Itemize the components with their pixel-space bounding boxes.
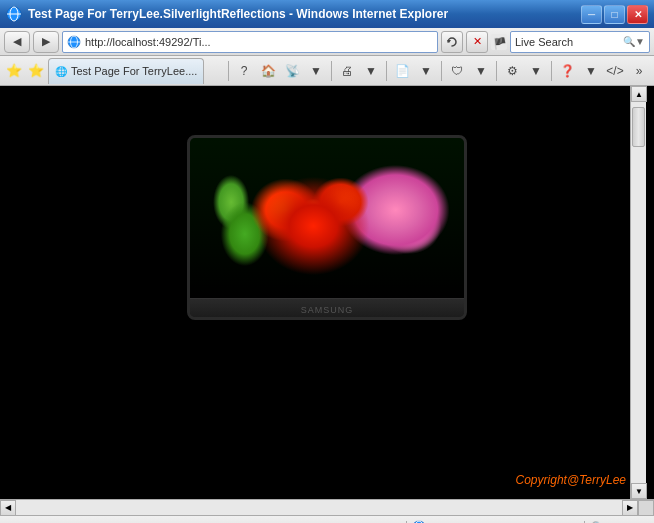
reflection-fade <box>187 370 467 450</box>
help-dropdown[interactable]: ▼ <box>580 60 602 82</box>
tab-icon: 🌐 <box>55 66 67 77</box>
scroll-right-button[interactable]: ▶ <box>622 500 638 516</box>
copyright-text: Copyright@TerryLee <box>516 473 626 487</box>
horizontal-scrollbar[interactable]: ◀ ▶ <box>0 499 654 515</box>
page-icon <box>67 35 81 49</box>
content-wrapper: SAMSUNG Copyright@TerryLee ▲ ▼ <box>8 86 646 499</box>
scroll-track[interactable] <box>631 102 646 483</box>
scroll-down-button[interactable]: ▼ <box>631 483 647 499</box>
tools-dropdown[interactable]: ▼ <box>525 60 547 82</box>
back-button[interactable]: ◀ <box>4 31 30 53</box>
ie-icon <box>6 6 22 22</box>
window-controls: ─ □ ✕ <box>581 5 648 24</box>
bing-icon: 🏴 <box>491 34 507 50</box>
status-bar: Done Internet | Protected Mode: Off 🔍 10… <box>0 515 654 523</box>
refresh-button[interactable] <box>441 31 463 53</box>
print-button[interactable]: 🖨 <box>336 60 358 82</box>
tab-strip: 🌐 Test Page For TerryLee.... <box>48 58 224 84</box>
monitor-brand: SAMSUNG <box>301 305 354 315</box>
svg-text:🏴: 🏴 <box>493 36 507 50</box>
toolbar-separator-1 <box>228 61 229 81</box>
status-right: Internet | Protected Mode: Off 🔍 100% ▼ <box>411 520 648 524</box>
address-input-container[interactable]: http://localhost:49292/Ti... <box>62 31 438 53</box>
close-button[interactable]: ✕ <box>627 5 648 24</box>
favorites-star-button[interactable]: ⭐ <box>4 61 24 81</box>
toolbar-separator-2 <box>331 61 332 81</box>
toolbar: ⭐ ⭐ 🌐 Test Page For TerryLee.... ? 🏠 📡 ▼… <box>0 56 654 86</box>
flower-image <box>190 138 464 298</box>
scroll-thumb[interactable] <box>632 107 645 147</box>
scroll-left-button[interactable]: ◀ <box>0 500 16 516</box>
safety-button[interactable]: 🛡 <box>446 60 468 82</box>
search-arrow[interactable]: 🔍 <box>623 36 635 47</box>
add-favorites-button[interactable]: ⭐ <box>26 61 46 81</box>
address-text: http://localhost:49292/Ti... <box>85 36 211 48</box>
maximize-button[interactable]: □ <box>604 5 625 24</box>
minimize-button[interactable]: ─ <box>581 5 602 24</box>
title-bar: Test Page For TerryLee.SilverlightReflec… <box>0 0 654 28</box>
toolbar-separator-4 <box>441 61 442 81</box>
page-dropdown[interactable]: ▼ <box>415 60 437 82</box>
search-text: Live Search <box>515 36 623 48</box>
feeds-dropdown[interactable]: ▼ <box>305 60 327 82</box>
toolbar-separator-6 <box>551 61 552 81</box>
search-dropdown[interactable]: ▼ <box>635 36 645 47</box>
developer-button[interactable]: </> <box>604 60 626 82</box>
tab-label: Test Page For TerryLee.... <box>71 65 197 77</box>
monitor-display: SAMSUNG <box>187 135 467 450</box>
h-scroll-track[interactable] <box>16 500 622 515</box>
vertical-scrollbar[interactable]: ▲ ▼ <box>630 86 646 499</box>
help-button[interactable]: ❓ <box>556 60 578 82</box>
address-bar: ◀ ▶ http://localhost:49292/Ti... ✕ 🏴 Liv… <box>0 28 654 56</box>
stop-button[interactable]: ✕ <box>466 31 488 53</box>
monitor-reflection <box>187 320 467 450</box>
window-title: Test Page For TerryLee.SilverlightReflec… <box>28 7 575 21</box>
page-button[interactable]: 📄 <box>391 60 413 82</box>
safety-dropdown[interactable]: ▼ <box>470 60 492 82</box>
scroll-up-button[interactable]: ▲ <box>631 86 647 102</box>
forward-button[interactable]: ▶ <box>33 31 59 53</box>
toolbar-separator-5 <box>496 61 497 81</box>
monitor-screen <box>190 138 464 298</box>
monitor-base: SAMSUNG <box>190 298 464 320</box>
zone-icon <box>411 520 427 524</box>
print-dropdown[interactable]: ▼ <box>360 60 382 82</box>
question-button[interactable]: ? <box>233 60 255 82</box>
extend-toolbar-button[interactable]: » <box>628 60 650 82</box>
scroll-corner <box>638 500 654 516</box>
tools-button[interactable]: ⚙ <box>501 60 523 82</box>
search-box[interactable]: Live Search 🔍 ▼ <box>510 31 650 53</box>
home-button[interactable]: 🏠 <box>257 60 279 82</box>
browser-content: SAMSUNG Copyright@TerryLee ▲ ▼ <box>0 86 654 499</box>
monitor: SAMSUNG <box>187 135 467 320</box>
active-tab[interactable]: 🌐 Test Page For TerryLee.... <box>48 58 204 84</box>
feeds-button[interactable]: 📡 <box>281 60 303 82</box>
toolbar-separator-3 <box>386 61 387 81</box>
